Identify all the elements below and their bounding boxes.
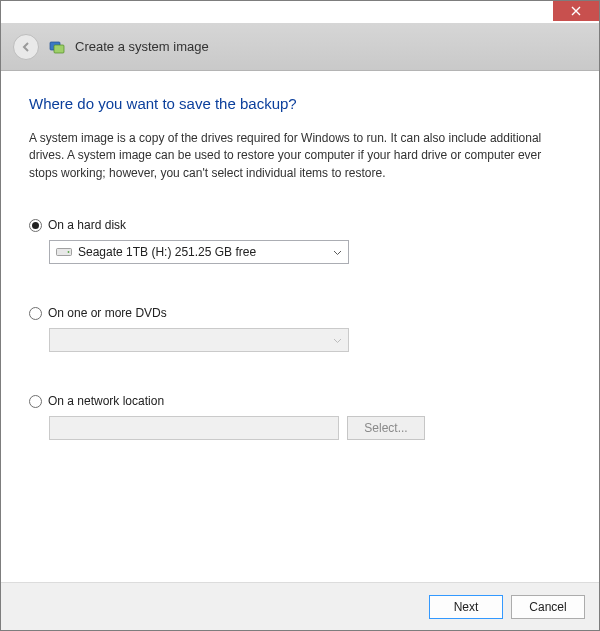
page-question: Where do you want to save the backup? bbox=[29, 95, 571, 112]
back-button[interactable] bbox=[13, 34, 39, 60]
hard-drive-icon bbox=[56, 246, 72, 258]
radio-network[interactable] bbox=[29, 395, 42, 408]
wizard-window: Create a system image Where do you want … bbox=[0, 0, 600, 631]
option-network: On a network location Select... bbox=[29, 394, 571, 440]
content-area: Where do you want to save the backup? A … bbox=[1, 71, 599, 582]
network-input-row: Select... bbox=[49, 416, 571, 440]
network-select-button: Select... bbox=[347, 416, 425, 440]
chevron-down-icon bbox=[333, 245, 342, 259]
titlebar bbox=[1, 1, 599, 23]
next-button[interactable]: Next bbox=[429, 595, 503, 619]
network-path-input bbox=[49, 416, 339, 440]
header-title: Create a system image bbox=[75, 39, 209, 54]
radio-dvd[interactable] bbox=[29, 307, 42, 320]
option-dvd: On one or more DVDs bbox=[29, 306, 571, 352]
label-dvd: On one or more DVDs bbox=[48, 306, 167, 320]
svg-rect-1 bbox=[54, 45, 64, 53]
footer-bar: Next Cancel bbox=[1, 582, 599, 630]
drive-select-dvd bbox=[49, 328, 349, 352]
radio-row-dvd[interactable]: On one or more DVDs bbox=[29, 306, 571, 320]
drive-select-hard-disk[interactable]: Seagate 1TB (H:) 251.25 GB free bbox=[49, 240, 349, 264]
header-bar: Create a system image bbox=[1, 23, 599, 71]
radio-hard-disk[interactable] bbox=[29, 219, 42, 232]
radio-row-hard-disk[interactable]: On a hard disk bbox=[29, 218, 571, 232]
label-network: On a network location bbox=[48, 394, 164, 408]
close-button[interactable] bbox=[553, 1, 599, 21]
page-description: A system image is a copy of the drives r… bbox=[29, 130, 571, 182]
option-hard-disk: On a hard disk Seagate 1TB (H:) 251.25 G… bbox=[29, 218, 571, 264]
system-image-icon bbox=[49, 39, 65, 55]
close-icon bbox=[571, 6, 581, 16]
drive-select-value: Seagate 1TB (H:) 251.25 GB free bbox=[78, 245, 256, 259]
radio-row-network[interactable]: On a network location bbox=[29, 394, 571, 408]
svg-point-3 bbox=[68, 251, 70, 253]
cancel-button[interactable]: Cancel bbox=[511, 595, 585, 619]
label-hard-disk: On a hard disk bbox=[48, 218, 126, 232]
chevron-down-icon bbox=[333, 333, 342, 347]
arrow-left-icon bbox=[19, 40, 33, 54]
